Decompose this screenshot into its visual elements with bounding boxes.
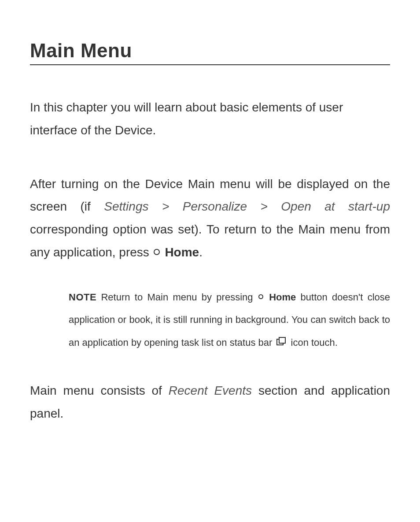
text-fragment: corresponding option was set). To return… [30, 222, 390, 259]
home-button-icon [258, 294, 263, 299]
main-paragraph-2: After turning on the Device Main menu wi… [30, 173, 390, 264]
home-label: Home [165, 245, 199, 259]
text-fragment: Main menu consists of [30, 384, 169, 397]
page-heading: Main Menu [30, 40, 390, 65]
recent-events-label: Recent Events [169, 384, 252, 397]
intro-paragraph: In this chapter you will learn about bas… [30, 96, 390, 142]
task-list-icon [276, 331, 286, 354]
text-fragment: Return to Main menu by pressing [96, 292, 258, 303]
text-fragment: icon touch. [288, 337, 338, 348]
main-paragraph-3: Main menu consists of Recent Events sect… [30, 379, 390, 425]
note-label: NOTE [69, 292, 96, 303]
text-fragment: . [199, 245, 203, 259]
settings-path: Settings > Personalize > Open at start-u… [104, 200, 390, 213]
home-button-icon [154, 249, 160, 255]
svg-rect-1 [279, 337, 285, 343]
note-block: NOTE Return to Main menu by pressing Hom… [30, 286, 390, 355]
home-label: Home [269, 292, 296, 303]
